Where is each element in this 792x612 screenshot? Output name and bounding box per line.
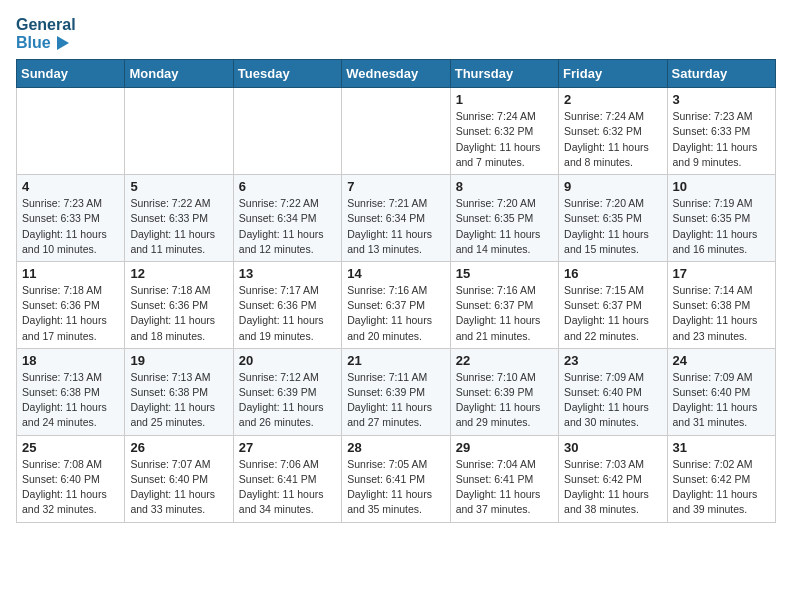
day-number: 27 bbox=[239, 440, 336, 455]
calendar-day-cell: 28Sunrise: 7:05 AMSunset: 6:41 PMDayligh… bbox=[342, 435, 450, 522]
day-info: Sunrise: 7:13 AMSunset: 6:38 PMDaylight:… bbox=[130, 370, 227, 431]
day-info: Sunrise: 7:18 AMSunset: 6:36 PMDaylight:… bbox=[22, 283, 119, 344]
day-number: 11 bbox=[22, 266, 119, 281]
day-number: 8 bbox=[456, 179, 553, 194]
weekday-header-cell: Saturday bbox=[667, 60, 775, 88]
calendar-day-cell: 8Sunrise: 7:20 AMSunset: 6:35 PMDaylight… bbox=[450, 175, 558, 262]
day-number: 12 bbox=[130, 266, 227, 281]
calendar-day-cell bbox=[17, 88, 125, 175]
weekday-header-cell: Tuesday bbox=[233, 60, 341, 88]
day-info: Sunrise: 7:14 AMSunset: 6:38 PMDaylight:… bbox=[673, 283, 770, 344]
day-number: 15 bbox=[456, 266, 553, 281]
calendar-day-cell: 12Sunrise: 7:18 AMSunset: 6:36 PMDayligh… bbox=[125, 261, 233, 348]
calendar-day-cell bbox=[342, 88, 450, 175]
calendar-day-cell: 9Sunrise: 7:20 AMSunset: 6:35 PMDaylight… bbox=[559, 175, 667, 262]
calendar-day-cell: 30Sunrise: 7:03 AMSunset: 6:42 PMDayligh… bbox=[559, 435, 667, 522]
day-info: Sunrise: 7:12 AMSunset: 6:39 PMDaylight:… bbox=[239, 370, 336, 431]
day-info: Sunrise: 7:07 AMSunset: 6:40 PMDaylight:… bbox=[130, 457, 227, 518]
calendar-week-row: 18Sunrise: 7:13 AMSunset: 6:38 PMDayligh… bbox=[17, 348, 776, 435]
calendar-day-cell: 18Sunrise: 7:13 AMSunset: 6:38 PMDayligh… bbox=[17, 348, 125, 435]
weekday-header-cell: Sunday bbox=[17, 60, 125, 88]
page-header: General Blue bbox=[16, 16, 776, 51]
day-info: Sunrise: 7:18 AMSunset: 6:36 PMDaylight:… bbox=[130, 283, 227, 344]
day-number: 21 bbox=[347, 353, 444, 368]
calendar-day-cell: 13Sunrise: 7:17 AMSunset: 6:36 PMDayligh… bbox=[233, 261, 341, 348]
day-info: Sunrise: 7:03 AMSunset: 6:42 PMDaylight:… bbox=[564, 457, 661, 518]
day-info: Sunrise: 7:19 AMSunset: 6:35 PMDaylight:… bbox=[673, 196, 770, 257]
day-number: 2 bbox=[564, 92, 661, 107]
day-number: 24 bbox=[673, 353, 770, 368]
calendar-week-row: 4Sunrise: 7:23 AMSunset: 6:33 PMDaylight… bbox=[17, 175, 776, 262]
day-number: 16 bbox=[564, 266, 661, 281]
day-info: Sunrise: 7:06 AMSunset: 6:41 PMDaylight:… bbox=[239, 457, 336, 518]
calendar-day-cell bbox=[233, 88, 341, 175]
day-info: Sunrise: 7:08 AMSunset: 6:40 PMDaylight:… bbox=[22, 457, 119, 518]
calendar-day-cell: 21Sunrise: 7:11 AMSunset: 6:39 PMDayligh… bbox=[342, 348, 450, 435]
day-info: Sunrise: 7:02 AMSunset: 6:42 PMDaylight:… bbox=[673, 457, 770, 518]
day-number: 22 bbox=[456, 353, 553, 368]
day-info: Sunrise: 7:20 AMSunset: 6:35 PMDaylight:… bbox=[564, 196, 661, 257]
calendar-day-cell: 25Sunrise: 7:08 AMSunset: 6:40 PMDayligh… bbox=[17, 435, 125, 522]
day-number: 6 bbox=[239, 179, 336, 194]
calendar-day-cell: 22Sunrise: 7:10 AMSunset: 6:39 PMDayligh… bbox=[450, 348, 558, 435]
day-info: Sunrise: 7:22 AMSunset: 6:34 PMDaylight:… bbox=[239, 196, 336, 257]
calendar-day-cell: 31Sunrise: 7:02 AMSunset: 6:42 PMDayligh… bbox=[667, 435, 775, 522]
calendar-day-cell: 24Sunrise: 7:09 AMSunset: 6:40 PMDayligh… bbox=[667, 348, 775, 435]
calendar-day-cell: 16Sunrise: 7:15 AMSunset: 6:37 PMDayligh… bbox=[559, 261, 667, 348]
day-info: Sunrise: 7:20 AMSunset: 6:35 PMDaylight:… bbox=[456, 196, 553, 257]
calendar-day-cell: 23Sunrise: 7:09 AMSunset: 6:40 PMDayligh… bbox=[559, 348, 667, 435]
day-number: 20 bbox=[239, 353, 336, 368]
calendar-day-cell: 3Sunrise: 7:23 AMSunset: 6:33 PMDaylight… bbox=[667, 88, 775, 175]
day-info: Sunrise: 7:09 AMSunset: 6:40 PMDaylight:… bbox=[564, 370, 661, 431]
calendar-day-cell: 26Sunrise: 7:07 AMSunset: 6:40 PMDayligh… bbox=[125, 435, 233, 522]
weekday-header-cell: Monday bbox=[125, 60, 233, 88]
day-number: 14 bbox=[347, 266, 444, 281]
calendar-day-cell: 2Sunrise: 7:24 AMSunset: 6:32 PMDaylight… bbox=[559, 88, 667, 175]
day-number: 25 bbox=[22, 440, 119, 455]
day-info: Sunrise: 7:22 AMSunset: 6:33 PMDaylight:… bbox=[130, 196, 227, 257]
day-info: Sunrise: 7:24 AMSunset: 6:32 PMDaylight:… bbox=[564, 109, 661, 170]
day-number: 29 bbox=[456, 440, 553, 455]
day-number: 23 bbox=[564, 353, 661, 368]
calendar-day-cell: 19Sunrise: 7:13 AMSunset: 6:38 PMDayligh… bbox=[125, 348, 233, 435]
calendar-day-cell: 10Sunrise: 7:19 AMSunset: 6:35 PMDayligh… bbox=[667, 175, 775, 262]
day-info: Sunrise: 7:17 AMSunset: 6:36 PMDaylight:… bbox=[239, 283, 336, 344]
calendar-week-row: 11Sunrise: 7:18 AMSunset: 6:36 PMDayligh… bbox=[17, 261, 776, 348]
day-number: 19 bbox=[130, 353, 227, 368]
logo: General Blue bbox=[16, 16, 76, 51]
calendar-day-cell: 6Sunrise: 7:22 AMSunset: 6:34 PMDaylight… bbox=[233, 175, 341, 262]
calendar-day-cell: 7Sunrise: 7:21 AMSunset: 6:34 PMDaylight… bbox=[342, 175, 450, 262]
calendar-day-cell: 11Sunrise: 7:18 AMSunset: 6:36 PMDayligh… bbox=[17, 261, 125, 348]
calendar-day-cell: 14Sunrise: 7:16 AMSunset: 6:37 PMDayligh… bbox=[342, 261, 450, 348]
weekday-header-row: SundayMondayTuesdayWednesdayThursdayFrid… bbox=[17, 60, 776, 88]
day-info: Sunrise: 7:15 AMSunset: 6:37 PMDaylight:… bbox=[564, 283, 661, 344]
day-info: Sunrise: 7:04 AMSunset: 6:41 PMDaylight:… bbox=[456, 457, 553, 518]
calendar-day-cell: 15Sunrise: 7:16 AMSunset: 6:37 PMDayligh… bbox=[450, 261, 558, 348]
day-info: Sunrise: 7:11 AMSunset: 6:39 PMDaylight:… bbox=[347, 370, 444, 431]
day-info: Sunrise: 7:13 AMSunset: 6:38 PMDaylight:… bbox=[22, 370, 119, 431]
day-info: Sunrise: 7:23 AMSunset: 6:33 PMDaylight:… bbox=[673, 109, 770, 170]
calendar-week-row: 25Sunrise: 7:08 AMSunset: 6:40 PMDayligh… bbox=[17, 435, 776, 522]
calendar-day-cell: 29Sunrise: 7:04 AMSunset: 6:41 PMDayligh… bbox=[450, 435, 558, 522]
day-info: Sunrise: 7:16 AMSunset: 6:37 PMDaylight:… bbox=[456, 283, 553, 344]
day-number: 4 bbox=[22, 179, 119, 194]
day-info: Sunrise: 7:16 AMSunset: 6:37 PMDaylight:… bbox=[347, 283, 444, 344]
day-number: 31 bbox=[673, 440, 770, 455]
day-info: Sunrise: 7:05 AMSunset: 6:41 PMDaylight:… bbox=[347, 457, 444, 518]
day-info: Sunrise: 7:23 AMSunset: 6:33 PMDaylight:… bbox=[22, 196, 119, 257]
calendar-day-cell: 4Sunrise: 7:23 AMSunset: 6:33 PMDaylight… bbox=[17, 175, 125, 262]
day-number: 28 bbox=[347, 440, 444, 455]
weekday-header-cell: Thursday bbox=[450, 60, 558, 88]
day-number: 9 bbox=[564, 179, 661, 194]
calendar-week-row: 1Sunrise: 7:24 AMSunset: 6:32 PMDaylight… bbox=[17, 88, 776, 175]
day-number: 18 bbox=[22, 353, 119, 368]
day-number: 17 bbox=[673, 266, 770, 281]
day-number: 10 bbox=[673, 179, 770, 194]
day-number: 26 bbox=[130, 440, 227, 455]
weekday-header-cell: Friday bbox=[559, 60, 667, 88]
logo-text: General Blue bbox=[16, 16, 76, 51]
day-number: 30 bbox=[564, 440, 661, 455]
calendar-day-cell: 1Sunrise: 7:24 AMSunset: 6:32 PMDaylight… bbox=[450, 88, 558, 175]
calendar-table: SundayMondayTuesdayWednesdayThursdayFrid… bbox=[16, 59, 776, 522]
day-info: Sunrise: 7:21 AMSunset: 6:34 PMDaylight:… bbox=[347, 196, 444, 257]
